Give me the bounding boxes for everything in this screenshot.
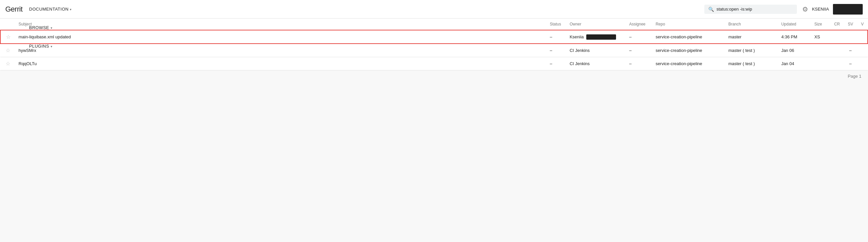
star-icon[interactable]: ☆ [6, 34, 10, 40]
star-cell[interactable]: ☆ [0, 57, 14, 70]
app-logo[interactable]: Gerrit [5, 5, 23, 13]
col-header-repo: Repo [652, 19, 724, 30]
change-repo: service-creation-pipeline [652, 57, 724, 70]
change-assignee: – [625, 43, 652, 57]
change-repo: service-creation-pipeline [652, 43, 724, 57]
change-status: – [546, 30, 566, 43]
change-owner: CI Jenkins [566, 43, 625, 57]
col-header-star [0, 19, 14, 30]
change-branch: master ( test ) [724, 57, 777, 70]
col-header-cr: CR [830, 19, 844, 30]
col-header-status: Status [546, 19, 566, 30]
change-v [857, 43, 868, 57]
col-header-sv: SV [844, 19, 857, 30]
change-owner: CI Jenkins [566, 57, 625, 70]
header-right: ⚙ KSENIIA [802, 4, 863, 14]
col-header-v: V [857, 19, 868, 30]
search-bar: 🔍 [704, 5, 797, 14]
change-size [810, 43, 830, 57]
change-updated: Jan 06 [777, 43, 810, 57]
change-cr [830, 43, 844, 57]
main-nav: CHANGES ▾ YOUR ▾ DOCUMENTATION ▾ BROWSE … [25, 0, 76, 56]
star-cell[interactable]: ☆ [0, 43, 14, 57]
page-label: Page 1 [848, 74, 861, 79]
main-content: Subject Status Owner Assignee Repo Branc… [0, 19, 868, 82]
change-subject[interactable]: hywSMrx [14, 43, 546, 57]
change-v [857, 57, 868, 70]
change-sv [844, 30, 857, 43]
change-assignee: – [625, 57, 652, 70]
change-status: – [546, 43, 566, 57]
user-name[interactable]: KSENIIA [812, 7, 829, 11]
nav-label-documentation: DOCUMENTATION [29, 7, 68, 11]
change-size [810, 57, 830, 70]
col-header-assignee: Assignee [625, 19, 652, 30]
table-row[interactable]: ☆ RqqOLTu – CI Jenkins – service-creatio… [0, 57, 868, 70]
change-updated: 4:36 PM [777, 30, 810, 43]
star-icon[interactable]: ☆ [6, 48, 10, 53]
star-cell[interactable]: ☆ [0, 30, 14, 43]
main-header: Gerrit CHANGES ▾ YOUR ▾ DOCUMENTATION ▾ … [0, 0, 868, 19]
search-icon: 🔍 [708, 7, 714, 12]
change-v [857, 30, 868, 43]
owner-name: Kseniia [570, 34, 584, 39]
owner-redacted [586, 34, 616, 40]
user-avatar[interactable] [833, 4, 863, 14]
table-row[interactable]: ☆ main-liquibase.xml updated – Kseniia –… [0, 30, 868, 43]
col-header-branch: Branch [724, 19, 777, 30]
nav-item-documentation[interactable]: DOCUMENTATION ▾ [25, 0, 76, 19]
change-repo: service-creation-pipeline [652, 30, 724, 43]
pagination-info: Page 1 [0, 70, 868, 82]
col-header-size: Size [810, 19, 830, 30]
col-header-owner: Owner [566, 19, 625, 30]
col-header-updated: Updated [777, 19, 810, 30]
settings-icon[interactable]: ⚙ [802, 5, 808, 13]
chevron-down-icon: ▾ [70, 8, 72, 11]
change-status: – [546, 57, 566, 70]
chevron-down-icon: ▾ [51, 26, 53, 30]
changes-table: Subject Status Owner Assignee Repo Branc… [0, 19, 868, 70]
change-branch: master ( test ) [724, 43, 777, 57]
change-sv: – [844, 43, 857, 57]
chevron-down-icon: ▾ [51, 44, 53, 48]
star-icon[interactable]: ☆ [6, 61, 10, 66]
search-input[interactable] [717, 7, 789, 11]
table-row[interactable]: ☆ hywSMrx – CI Jenkins – service-creatio… [0, 43, 868, 57]
table-header-row: Subject Status Owner Assignee Repo Branc… [0, 19, 868, 30]
change-cr [830, 30, 844, 43]
change-sv: – [844, 57, 857, 70]
change-subject[interactable]: main-liquibase.xml updated [14, 30, 546, 43]
change-updated: Jan 04 [777, 57, 810, 70]
change-branch: master [724, 30, 777, 43]
change-owner: Kseniia [566, 30, 625, 43]
change-cr [830, 57, 844, 70]
change-subject[interactable]: RqqOLTu [14, 57, 546, 70]
nav-label-browse: BROWSE [29, 25, 49, 30]
change-assignee: – [625, 30, 652, 43]
change-size: XS [810, 30, 830, 43]
col-header-subject: Subject [14, 19, 546, 30]
